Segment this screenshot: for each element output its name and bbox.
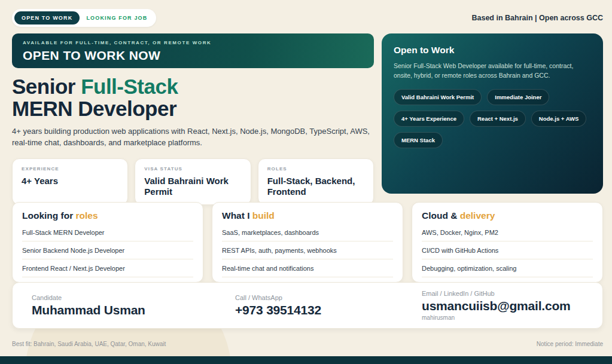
candidate-name: Muhammad Usman [32,303,235,317]
stat-card-roles: ROLES Full-Stack, Backend, Frontend [258,158,374,206]
looking-for-job-label: LOOKING FOR JOB [86,15,147,21]
hero-column: AVAILABLE FOR FULL-TIME, CONTRACT, OR RE… [12,33,374,205]
open-to-work-card: Open to Work Senior Full-Stack Web Devel… [382,33,603,194]
bottom-accent-strip [0,356,612,364]
list-item: SaaS, marketplaces, dashboards [222,224,393,241]
list-item: CI/CD with GitHub Actions [422,241,593,259]
stats-row: EXPERIENCE 4+ Years VISA STATUS Valid Ba… [12,158,374,206]
status-pill: OPEN TO WORK LOOKING FOR JOB [12,9,156,27]
stat-label: VISA STATUS [144,166,241,172]
tag-nodejs-aws: Node.js + AWS [531,111,586,127]
list-item: Frontend React / Next.js Developer [22,259,193,277]
title-line-2: MERN Developer [12,97,374,120]
footer-row: Best fit: Bahrain, Saudi Arabia, UAE, Qa… [12,341,603,347]
open-card-title: Open to Work [394,45,591,56]
info-columns: Looking for roles Full-Stack MERN Develo… [12,202,603,283]
open-card-description: Senior Full-Stack Web Developer availabl… [394,61,591,81]
open-to-work-now-banner: AVAILABLE FOR FULL-TIME, CONTRACT, OR RE… [12,33,374,68]
card-looking-for-roles: Looking for roles Full-Stack MERN Develo… [12,202,203,283]
tag-react-nextjs: React + Next.js [470,111,526,127]
top-bar: OPEN TO WORK LOOKING FOR JOB Based in Ba… [12,9,603,27]
phone-label: Call / WhatsApp [235,294,422,301]
page-title: Senior Full-Stack MERN Developer [12,75,374,120]
card-title-main: What I [222,210,252,221]
contact-candidate: Candidate Muhammad Usman [32,294,235,317]
title-line-1: Senior Full-Stack [12,75,374,97]
candidate-label: Candidate [32,294,235,301]
location-text: Based in Bahrain | Open across GCC [471,14,603,22]
card-title-main: Cloud & [422,210,460,221]
availability-kicker: AVAILABLE FOR FULL-TIME, CONTRACT, OR RE… [23,40,363,45]
card-title-main: Looking for [22,210,76,221]
list-item: AWS, Docker, Nginx, PM2 [422,224,593,241]
contact-card: Candidate Muhammad Usman Call / WhatsApp… [12,282,603,329]
tag-list: Valid Bahraini Work Permit Immediate Joi… [394,89,591,148]
title-senior: Senior [12,75,81,98]
list-item: Senior Backend Node.js Developer [22,241,193,259]
contact-phone: Call / WhatsApp +973 39514132 [235,294,422,317]
title-fullstack: Full-Stack [81,75,178,98]
stat-value: 4+ Years [22,176,118,186]
main-row: AVAILABLE FOR FULL-TIME, CONTRACT, OR RE… [12,33,603,205]
email-address[interactable]: usmancuiisb@gmail.com [422,299,583,313]
open-to-work-banner: OPEN TO WORK LOOKING FOR JOB Based in Ba… [0,0,612,364]
email-label: Email / LinkedIn / GitHub [422,290,583,297]
tag-mern-stack: MERN Stack [394,132,443,148]
open-to-work-badge: OPEN TO WORK [14,11,80,25]
summary-paragraph: 4+ years building production web applica… [12,126,371,149]
card-title: Cloud & delivery [422,210,593,221]
stat-value: Full-Stack, Backend, Frontend [267,176,364,198]
card-title-accent: build [252,210,275,221]
card-title: What I build [222,210,393,221]
list-item: Full-Stack MERN Developer [22,224,193,241]
list-item: Real-time chat and notifications [222,259,393,277]
stat-label: EXPERIENCE [22,166,118,172]
social-handle: mahirusman [422,314,583,321]
tag-work-permit: Valid Bahraini Work Permit [394,89,482,105]
list-item: Debugging, optimization, scaling [422,259,593,277]
stat-label: ROLES [267,166,364,172]
best-fit-text: Best fit: Bahrain, Saudi Arabia, UAE, Qa… [12,341,166,347]
card-title-accent: roles [76,210,98,221]
card-what-i-build: What I build SaaS, marketplaces, dashboa… [212,202,403,283]
phone-number[interactable]: +973 39514132 [235,303,422,317]
stat-card-visa-status: VISA STATUS Valid Bahraini Work Permit [135,158,251,206]
card-title: Looking for roles [22,210,193,221]
list-item: REST APIs, auth, payments, webhooks [222,241,393,259]
card-cloud-delivery: Cloud & delivery AWS, Docker, Nginx, PM2… [412,202,603,283]
stat-card-experience: EXPERIENCE 4+ Years [12,158,128,206]
contact-email: Email / LinkedIn / GitHub usmancuiisb@gm… [422,290,583,321]
card-title-accent: delivery [460,210,495,221]
tag-experience: 4+ Years Experience [394,111,464,127]
banner-title: OPEN TO WORK NOW [23,48,363,63]
notice-period-text: Notice period: Immediate [537,341,603,347]
tag-immediate-joiner: Immediate Joiner [487,89,549,105]
stat-value: Valid Bahraini Work Permit [144,176,241,198]
